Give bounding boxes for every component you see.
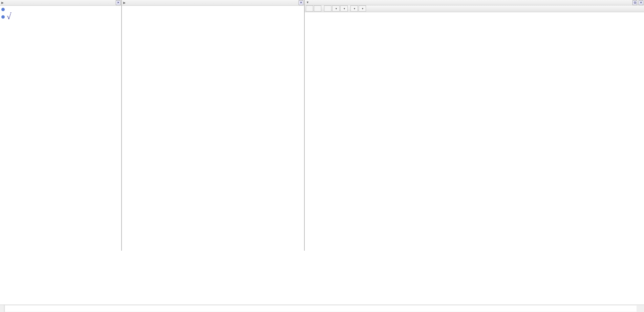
clipping-dropdown[interactable] (359, 5, 366, 12)
home-button[interactable] (324, 5, 331, 12)
visibility-toggle-icon[interactable] (1, 8, 5, 11)
view-dropdown[interactable] (332, 5, 340, 12)
graphics-canvas[interactable] (122, 6, 304, 251)
3d-graphics-panel: ▼ ⧉ ✕ (305, 0, 644, 251)
close-icon[interactable]: ✕ (116, 0, 121, 5)
algebra-header[interactable]: ▶ ✕ (0, 0, 121, 6)
visibility-toggle-icon[interactable] (1, 15, 5, 19)
rotate-dropdown[interactable] (340, 5, 348, 12)
algebra-item-e[interactable]: √ (1, 12, 121, 22)
3d-header[interactable]: ▼ ⧉ ✕ (305, 0, 644, 5)
close-icon[interactable]: ✕ (639, 0, 643, 5)
expand-icon[interactable]: ▼ (306, 1, 309, 4)
plot-3d[interactable] (305, 12, 644, 251)
detach-icon[interactable]: ⧉ (632, 0, 637, 5)
algebra-body: √ (0, 6, 121, 251)
3d-toolbar (305, 5, 644, 12)
graphics-panel: ▶ ✕ (122, 0, 305, 251)
algebra-panel: ▶ ✕ √ (0, 0, 122, 251)
close-icon[interactable]: ✕ (299, 0, 303, 5)
projection-dropdown[interactable] (350, 5, 358, 12)
collapse-icon[interactable]: ▶ (123, 1, 126, 4)
algebra-item-a[interactable] (1, 7, 121, 12)
collapse-icon[interactable]: ▶ (1, 1, 4, 4)
3d-canvas[interactable] (305, 12, 644, 251)
fn-e-text: √ (7, 13, 12, 21)
move-tool-button[interactable] (306, 5, 313, 12)
plot-2d[interactable] (122, 6, 304, 251)
zoom-tool-button[interactable] (314, 5, 321, 12)
graphics-header[interactable]: ▶ ✕ (122, 0, 304, 6)
